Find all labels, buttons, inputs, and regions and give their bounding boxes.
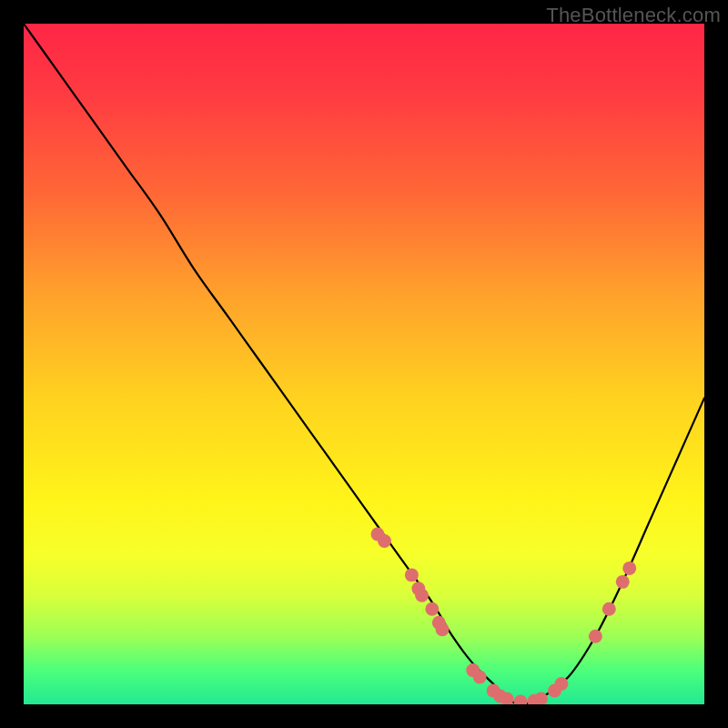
data-point [514, 695, 528, 704]
plot-area [24, 24, 704, 704]
data-point [473, 671, 487, 684]
watermark-text: TheBottleneck.com [546, 4, 721, 27]
data-point [622, 561, 636, 575]
data-point [436, 622, 450, 636]
curve-layer [24, 24, 704, 704]
data-point [415, 589, 429, 602]
data-point [602, 602, 616, 616]
data-point [405, 568, 419, 581]
chart-container: TheBottleneck.com [0, 0, 728, 728]
data-point [589, 630, 602, 643]
bottleneck-curve [24, 24, 704, 704]
marker-group [370, 528, 636, 704]
data-point [616, 575, 630, 589]
data-point [378, 534, 391, 548]
data-point [425, 602, 439, 616]
data-point [554, 677, 568, 691]
